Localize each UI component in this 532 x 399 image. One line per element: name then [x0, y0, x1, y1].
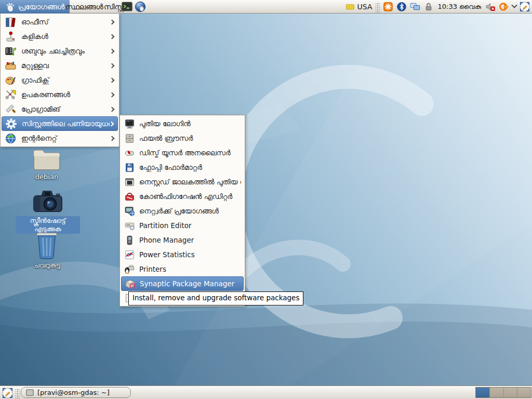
applications-menu-button[interactable]: പ്രയോഗങ്ങൾ: [0, 0, 70, 14]
menu-item-others[interactable]: മറ്റുള്ളവ: [1, 58, 119, 73]
submenu-item-label: ഫയൽ ബ്രൗസർ: [139, 134, 241, 143]
menu-item-system-tools[interactable]: സിസ്റ്റത്തിലെ പണിയായുധങ്ങൾ: [2, 116, 118, 131]
submenu-item-phone-manager[interactable]: Phone Manager: [120, 233, 245, 247]
workspace-4[interactable]: [517, 388, 531, 397]
menu-item-internet[interactable]: ഇന്റർനെറ്റ്: [1, 131, 119, 145]
synaptic-icon: [124, 278, 136, 289]
workspace-1[interactable]: [476, 388, 490, 397]
menu-item-accessories[interactable]: ഉപകരണങ്ങൾ: [1, 87, 119, 102]
menu-item-graphics[interactable]: ഗ്രാഫിക്സ്: [1, 73, 119, 87]
taskbar-window-button[interactable]: [pravi@osm-gdas: ~]: [21, 387, 131, 398]
submenu-item-network-tools[interactable]: നെറ്റ്വർക്ക് പ്രയോഗങ്ങൾ: [120, 204, 245, 218]
submenu-item-file-browser[interactable]: ഫയൽ ബ്രൗസർ: [120, 131, 245, 145]
office-icon: [4, 16, 17, 28]
chevron-down-icon[interactable]: [511, 3, 517, 8]
update-notifier-icon[interactable]: [383, 2, 393, 12]
menu-item-label: കളികൾ: [21, 32, 110, 41]
configuration-editor-icon: [124, 191, 135, 202]
lock-icon[interactable]: [423, 2, 434, 12]
menu-item-label: ശബ്ദവും ചലച്ചിത്രവും: [21, 47, 110, 56]
printers-icon: [124, 263, 135, 275]
submenu-item-label: നെസ്റ്റഡ് ജാലകത്തിൽ പുതിയ ലോഗിൻ: [139, 178, 241, 187]
desktop-icon-label: debian: [33, 172, 60, 181]
clock[interactable]: 10:33 വൈകു: [437, 3, 482, 11]
submenu-item-label: നെറ്റ്വർക്ക് പ്രയോഗങ്ങൾ: [139, 207, 241, 216]
submenu-item-label: Synaptic Package Manager: [140, 280, 241, 288]
submenu-item-label: Phone Manager: [139, 236, 241, 244]
trash-icon: [33, 231, 61, 260]
submenu-arrow-icon: [110, 34, 115, 39]
menu-item-label: ഓഫീസ്: [21, 18, 110, 26]
submenu-item-new-login[interactable]: പുതിയ ലോഗിൻ: [120, 116, 245, 131]
submenu-item-label: ഡിസ്ക് യൂസർ അനലൈസർ: [139, 149, 241, 157]
workspace-switcher: [475, 387, 531, 398]
desktop-icon-trash[interactable]: ചവറുകുട്ട: [15, 231, 79, 270]
taskbar-window-label: [pravi@osm-gdas: ~]: [37, 389, 110, 396]
workspace-2[interactable]: [490, 388, 504, 397]
menu-item-label: പ്രോഗ്രാമിങ്: [21, 105, 110, 114]
camera-icon: [31, 187, 64, 215]
system-tools-icon: [5, 117, 17, 130]
menu-item-sound-video[interactable]: ശബ്ദവും ചലച്ചിത്രവും: [1, 44, 119, 58]
show-desktop-button[interactable]: [1, 387, 14, 399]
graphics-icon: [4, 74, 17, 86]
submenu-item-configuration-editor[interactable]: കോൺഫിഗറേഷൻ എഡിറ്റർ: [120, 189, 245, 204]
submenu-item-printers[interactable]: Printers: [120, 262, 245, 276]
menu-item-label: സിസ്റ്റത്തിലെ പണിയായുധങ്ങൾ: [22, 119, 110, 128]
folder-icon: [32, 148, 62, 171]
menu-item-label: ഉപകരണങ്ങൾ: [21, 90, 110, 99]
system-tray: USA 10:33 വൈകു: [345, 0, 531, 14]
menu-item-programming[interactable]: പ്രോഗ്രാമിങ്: [1, 102, 119, 116]
bottom-panel: [pravi@osm-gdas: ~]: [0, 385, 532, 399]
submenu-item-nested-login[interactable]: നെസ്റ്റഡ് ജാലകത്തിൽ പുതിയ ലോഗിൻ: [120, 175, 245, 189]
volume-muted-icon[interactable]: [485, 2, 496, 12]
applications-menu-label: പ്രയോഗങ്ങൾ: [18, 3, 64, 11]
keyboard-layout-indicator[interactable]: USA: [345, 2, 373, 12]
accessories-icon: [4, 88, 17, 101]
submenu-arrow-icon: [110, 136, 115, 141]
desktop-icon-label: ചവറുകുട്ട: [31, 261, 62, 270]
file-browser-icon: [124, 132, 135, 144]
submenu-item-synaptic[interactable]: Synaptic Package Manager: [121, 276, 244, 291]
workspace-3[interactable]: [504, 388, 518, 397]
remote-desktop-icon[interactable]: [520, 2, 530, 12]
desktop-icon-debian[interactable]: debian: [15, 148, 79, 181]
submenu-arrow-icon: [110, 19, 115, 24]
system-tools-submenu: പുതിയ ലോഗിൻ ഫയൽ ബ്രൗസർ ഡിസ്ക് യൂസർ അനലൈസ…: [119, 115, 245, 307]
terminal-launcher[interactable]: [121, 1, 132, 12]
submenu-item-label: Power Statistics: [139, 250, 241, 259]
submenu-arrow-icon: [110, 63, 115, 68]
keyboard-layout-label: USA: [357, 3, 373, 11]
submenu-item-floppy-formatter[interactable]: ഫ്ലോപ്പി ഫോർമാറ്റർ: [120, 160, 245, 175]
submenu-item-label: ഫ്ലോപ്പി ഫോർമാറ്റർ: [139, 163, 241, 172]
tooltip-text: Install, remove and upgrade software pac…: [132, 294, 299, 302]
menu-item-office[interactable]: ഓഫീസ്: [1, 15, 119, 29]
submenu-arrow-icon: [110, 77, 115, 83]
web-browser-icon: [135, 1, 146, 12]
network-monitors-icon[interactable]: [410, 2, 420, 12]
terminal-icon: [26, 389, 34, 396]
submenu-arrow-icon: [110, 92, 115, 97]
keyboard-flag-icon: [345, 2, 355, 12]
programming-icon: [4, 103, 17, 115]
submenu-item-power-statistics[interactable]: Power Statistics: [120, 247, 245, 262]
top-panel: പ്രയോഗങ്ങൾ സ്ഥലങ്ങൾ സിസ്റ്റം: [0, 0, 532, 14]
applications-menu: ഓഫീസ് കളികൾ: [0, 14, 119, 147]
show-desktop-icon: [2, 388, 13, 398]
submenu-arrow-icon: [110, 107, 115, 112]
menu-item-label: മറ്റുള്ളവ: [21, 61, 110, 70]
submenu-item-disk-usage-analyzer[interactable]: ഡിസ്ക് യൂസർ അനലൈസർ: [120, 145, 245, 160]
menu-item-games[interactable]: കളികൾ: [1, 29, 119, 44]
submenu-arrow-icon: [109, 121, 114, 126]
gnome-foot-icon: [5, 2, 15, 12]
network-tools-icon: [124, 205, 135, 217]
web-browser-launcher[interactable]: [135, 1, 146, 12]
quickstarter-icon[interactable]: [499, 2, 509, 12]
submenu-item-label: Partition Editor: [139, 221, 241, 230]
terminal-icon: [122, 2, 132, 12]
panel-separator: [16, 389, 20, 399]
sound-video-icon: [4, 45, 17, 57]
desktop-icon-screenshot[interactable]: സ്ക്രീൻഷോട്ട് എടുക്കുക: [16, 187, 80, 234]
bluetooth-icon[interactable]: [396, 2, 407, 12]
submenu-item-partition-editor[interactable]: Partition Editor: [120, 218, 245, 233]
